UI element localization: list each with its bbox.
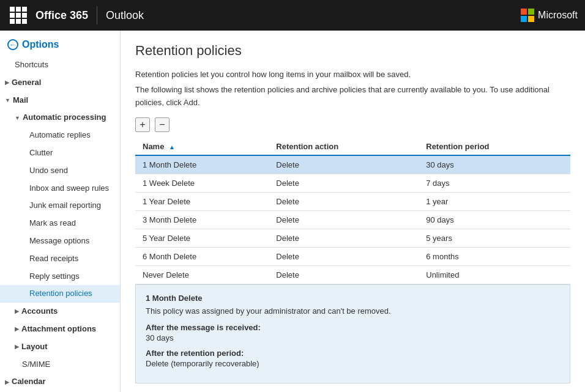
sidebar-item-inbox-sweep[interactable]: Inbox and sweep rules	[0, 180, 120, 198]
sidebar-item-accounts[interactable]: ▶ Accounts	[0, 303, 120, 320]
cell-name: 1 Week Delete	[135, 174, 269, 193]
remove-button[interactable]: −	[155, 117, 170, 132]
microsoft-label: Microsoft	[538, 10, 578, 21]
column-name[interactable]: Name ▲	[135, 138, 269, 155]
table-row[interactable]: 3 Month Delete Delete 90 days	[135, 211, 570, 229]
cell-action: Delete	[269, 229, 419, 248]
mail-label: Mail	[13, 94, 28, 107]
sidebar-item-reply-settings[interactable]: Reply settings	[0, 268, 120, 286]
options-label: Options	[22, 39, 59, 50]
ms-square-green	[528, 9, 534, 15]
ms-square-blue	[521, 16, 527, 22]
sidebar-item-attachment-options[interactable]: ▶ Attachment options	[0, 320, 120, 338]
detail-value-2: Delete (temporarily recoverable)	[146, 359, 560, 368]
cell-action: Delete	[269, 193, 419, 211]
back-icon[interactable]: ←	[7, 39, 18, 50]
description-1: Retention policies let you control how l…	[135, 68, 570, 81]
sidebar-item-calendar[interactable]: ▶ Calendar	[0, 373, 120, 391]
chevron-down-icon-auto: ▼	[15, 114, 20, 122]
calendar-label: Calendar	[12, 375, 46, 388]
cell-action: Delete	[269, 248, 419, 266]
table-body: 1 Month Delete Delete 30 days 1 Week Del…	[135, 155, 570, 284]
office-label: Office 365	[35, 9, 88, 22]
sidebar-item-shortcuts[interactable]: Shortcuts	[0, 56, 120, 74]
chevron-down-icon: ▼	[5, 96, 10, 105]
table-row[interactable]: 6 Month Delete Delete 6 months	[135, 248, 570, 266]
sidebar-item-message-options[interactable]: Message options	[0, 232, 120, 250]
sidebar-item-mark-as-read[interactable]: Mark as read	[0, 215, 120, 232]
sidebar-item-automatic-replies[interactable]: Automatic replies	[0, 127, 120, 144]
chevron-right-icon-accounts: ▶	[15, 307, 19, 316]
detail-note: This policy was assigned by your adminis…	[146, 306, 560, 316]
cell-name: 6 Month Delete	[135, 248, 269, 266]
add-button[interactable]: +	[135, 117, 150, 132]
general-label: General	[12, 76, 41, 89]
auto-processing-label: Automatic processing	[23, 111, 106, 124]
cell-name: 5 Year Delete	[135, 229, 269, 248]
cell-action: Delete	[269, 174, 419, 193]
microsoft-logo: Microsoft	[521, 9, 578, 22]
sidebar-item-smime[interactable]: S/MIME	[0, 356, 120, 374]
detail-panel: 1 Month Delete This policy was assigned …	[135, 284, 570, 383]
sidebar-item-clutter[interactable]: Clutter	[0, 144, 120, 162]
table-row[interactable]: 1 Month Delete Delete 30 days	[135, 155, 570, 174]
attachment-options-label: Attachment options	[21, 323, 96, 336]
column-retention-action: Retention action	[269, 138, 419, 155]
sidebar: ← Options Shortcuts ▶ General ▼ Mail ▼ A…	[0, 31, 121, 392]
sidebar-item-undo-send[interactable]: Undo send	[0, 162, 120, 180]
cell-period: 6 months	[419, 248, 570, 266]
sort-arrow-icon: ▲	[169, 144, 175, 150]
chevron-right-icon-layout: ▶	[15, 342, 19, 351]
outlook-label: Outlook	[106, 9, 144, 22]
detail-label-2: After the retention period:	[146, 349, 560, 358]
cell-period: 90 days	[419, 211, 570, 229]
policies-table: Name ▲ Retention action Retention period…	[135, 138, 570, 284]
column-retention-period: Retention period	[419, 138, 570, 155]
cell-action: Delete	[269, 266, 419, 284]
table-header-row: Name ▲ Retention action Retention period	[135, 138, 570, 155]
sidebar-item-mail[interactable]: ▼ Mail	[0, 92, 120, 109]
main-content: Retention policies Retention policies le…	[121, 31, 585, 392]
cell-period: 1 year	[419, 193, 570, 211]
ms-square-red	[521, 9, 527, 15]
accounts-label: Accounts	[21, 305, 58, 318]
cell-period: 5 years	[419, 229, 570, 248]
table-row[interactable]: 5 Year Delete Delete 5 years	[135, 229, 570, 248]
ms-squares	[521, 9, 534, 22]
cell-period: 7 days	[419, 174, 570, 193]
options-title[interactable]: ← Options	[0, 35, 120, 56]
detail-value-1: 30 days	[146, 333, 560, 342]
ms-square-yellow	[528, 16, 534, 22]
cell-name: 1 Month Delete	[135, 155, 269, 174]
sidebar-item-read-receipts[interactable]: Read receipts	[0, 250, 120, 268]
cell-period: Unlimited	[419, 266, 570, 284]
app-header: Office 365 Outlook Microsoft	[0, 0, 585, 31]
chevron-right-icon-cal: ▶	[5, 378, 9, 386]
cell-period: 30 days	[419, 155, 570, 174]
grid-dots	[10, 7, 27, 24]
cell-name: 1 Year Delete	[135, 193, 269, 211]
description-2: The following list shows the retention p…	[135, 84, 570, 109]
sidebar-item-junk-email[interactable]: Junk email reporting	[0, 197, 120, 215]
cell-action: Delete	[269, 155, 419, 174]
layout-label: Layout	[21, 341, 48, 353]
cell-name: 3 Month Delete	[135, 211, 269, 229]
detail-title: 1 Month Delete	[146, 294, 560, 303]
table-header: Name ▲ Retention action Retention period	[135, 138, 570, 155]
chevron-right-icon: ▶	[5, 78, 9, 87]
sidebar-item-automatic-processing[interactable]: ▼ Automatic processing	[0, 109, 120, 127]
toolbar: + −	[135, 117, 570, 136]
cell-action: Delete	[269, 211, 419, 229]
sidebar-item-retention-policies[interactable]: Retention policies	[0, 285, 120, 303]
sidebar-item-layout[interactable]: ▶ Layout	[0, 338, 120, 356]
header-divider	[97, 6, 97, 24]
chevron-right-icon-attach: ▶	[15, 325, 19, 333]
body-layout: ← Options Shortcuts ▶ General ▼ Mail ▼ A…	[0, 31, 585, 392]
table-row[interactable]: 1 Year Delete Delete 1 year	[135, 193, 570, 211]
cell-name: Never Delete	[135, 266, 269, 284]
table-row[interactable]: 1 Week Delete Delete 7 days	[135, 174, 570, 193]
sidebar-item-general[interactable]: ▶ General	[0, 74, 120, 92]
grid-icon[interactable]	[7, 4, 29, 26]
table-row[interactable]: Never Delete Delete Unlimited	[135, 266, 570, 284]
detail-label-1: After the message is received:	[146, 323, 560, 332]
